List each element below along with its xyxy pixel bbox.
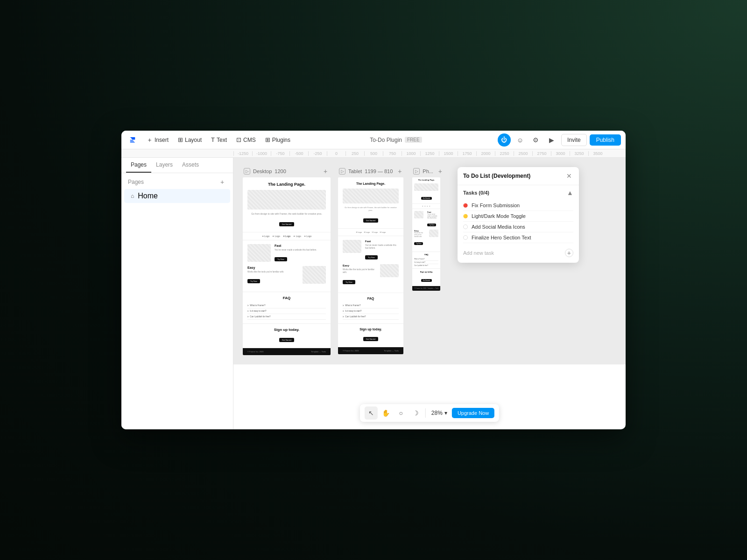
plugins-button[interactable]: ⊞ Plugins bbox=[261, 134, 294, 145]
smiley-button[interactable]: ☺ bbox=[514, 133, 527, 147]
desktop-add-button[interactable]: + bbox=[321, 167, 330, 175]
tablet-easy-image bbox=[380, 264, 399, 277]
todo-header: To Do List (Development) ✕ bbox=[458, 167, 579, 185]
tablet-signup-cta[interactable]: Get Started bbox=[363, 337, 378, 341]
canvas-area[interactable]: ▷ Desktop 1200 + The Landing Page. Go fr… bbox=[233, 158, 626, 364]
todo-collapse-button[interactable]: ▲ bbox=[567, 189, 573, 196]
tablet-frame-header: ▷ Tablet 1199 — 810 + bbox=[338, 167, 405, 175]
phone-add-button[interactable]: + bbox=[436, 167, 444, 175]
feature-easy-image bbox=[303, 266, 326, 284]
upgrade-button[interactable]: Upgrade Now bbox=[452, 408, 494, 418]
tablet-signup: Sign up today. Get Started bbox=[338, 324, 403, 347]
desktop-signup-cta[interactable]: Get Started bbox=[279, 338, 294, 342]
tablet-faq: FAQ What is Framer? Is it easy to start?… bbox=[338, 293, 403, 324]
tablet-footer-right: Template — Tools bbox=[384, 350, 399, 352]
phone-features: Fast You've never made a website this fa… bbox=[412, 209, 440, 252]
desktop-faq: FAQ What is Framer? Is it easy to start?… bbox=[243, 292, 331, 324]
feature-fast-text: You've never made a website this fast be… bbox=[275, 249, 326, 252]
todo-task-4: Finalize Hero Section Text bbox=[463, 232, 573, 243]
logo-3: ✕ Logo bbox=[283, 235, 291, 238]
text-icon: T bbox=[211, 136, 215, 143]
desktop-signup-title: Sign up today. bbox=[247, 328, 326, 332]
desktop-hero-cta[interactable]: Get Started bbox=[279, 222, 294, 226]
tablet-frame-icon: ▷ bbox=[339, 168, 345, 175]
add-task-button[interactable]: + bbox=[565, 249, 573, 257]
logo-2: ✦ Logo bbox=[272, 235, 280, 238]
feature-fast-title: Fast bbox=[275, 244, 326, 247]
task-status-1: 🔴 bbox=[463, 203, 468, 208]
plugins-icon: ⊞ bbox=[265, 136, 270, 143]
feature-easy-cta[interactable]: Try Now bbox=[247, 279, 260, 283]
ruler-marks: -1250 -1000 -750 -500 -250 0 250 500 750… bbox=[233, 151, 607, 156]
feature-fast-cta[interactable]: Try Now bbox=[275, 257, 287, 261]
desktop-logos: ✦ Logo ✦ Logo ✕ Logo ✦ Logo ✦ Logo bbox=[243, 232, 331, 240]
play-button[interactable]: ▶ bbox=[545, 133, 558, 147]
tablet-faq-1: What is Framer? bbox=[343, 303, 399, 308]
sidebar: Pages Layers Assets Pages + ⌂ Home bbox=[121, 158, 233, 429]
layout-icon: ⊞ bbox=[178, 136, 183, 143]
todo-tasks-count: Tasks (0/4) bbox=[463, 190, 489, 196]
power-button[interactable]: ⏻ bbox=[498, 133, 511, 147]
tablet-hero-text: Go from design to site with Framer, the … bbox=[343, 206, 399, 211]
tab-layers[interactable]: Layers bbox=[151, 158, 177, 173]
desktop-frame-size: 1200 bbox=[275, 168, 286, 174]
canvas-inner: ▷ Desktop 1200 + The Landing Page. Go fr… bbox=[233, 158, 626, 364]
tablet-easy-cta[interactable]: Try Now bbox=[343, 280, 355, 284]
theme-toggle-button[interactable]: ☽ bbox=[409, 406, 423, 420]
phone-frame-label: Ph... bbox=[423, 168, 433, 174]
smiley-icon: ☺ bbox=[517, 136, 523, 144]
zoom-control[interactable]: 28% ▾ bbox=[429, 408, 450, 418]
tablet-signup-title: Sign up today. bbox=[343, 328, 399, 331]
cursor-tool-button[interactable]: ↖ bbox=[365, 406, 378, 420]
phone-hero: The Landing Page. Get Started bbox=[412, 177, 440, 204]
invite-button[interactable]: Invite bbox=[561, 134, 587, 146]
tablet-fast-cta[interactable]: Try Now bbox=[365, 255, 378, 259]
zoom-level: 28% bbox=[431, 410, 443, 416]
layout-button[interactable]: ⊞ Layout bbox=[174, 134, 205, 145]
tablet-faq-title: FAQ bbox=[343, 297, 399, 300]
home-icon: ⌂ bbox=[131, 193, 134, 199]
tab-pages[interactable]: Pages bbox=[126, 158, 151, 173]
phone-frame-icon: ▷ bbox=[413, 168, 420, 175]
add-page-button[interactable]: + bbox=[218, 178, 226, 186]
publish-button[interactable]: Publish bbox=[590, 134, 621, 146]
tablet-easy-title: Easy bbox=[343, 264, 376, 267]
zoom-chevron-icon: ▾ bbox=[444, 410, 447, 416]
cms-button[interactable]: ⊡ CMS bbox=[233, 134, 260, 145]
phone-faq-2: Is it easy to start? bbox=[414, 261, 438, 264]
phone-faq-3: Can I publish for free? bbox=[414, 264, 438, 267]
insert-button[interactable]: ＋ Insert bbox=[143, 134, 172, 146]
tablet-add-button[interactable]: + bbox=[395, 167, 404, 175]
phone-fast-text: You've never made a website this fast be… bbox=[427, 213, 438, 219]
phone-easy-content: Easy Works like the tools you're familia… bbox=[414, 230, 425, 247]
phone-fast-cta[interactable]: Try Now bbox=[427, 224, 436, 226]
tablet-hero-cta[interactable]: Get Started bbox=[363, 218, 378, 223]
tab-assets[interactable]: Assets bbox=[177, 158, 204, 173]
hand-icon: ✋ bbox=[382, 409, 390, 417]
phone-footer-left: © Framer Inc. 2023 bbox=[414, 287, 426, 289]
cms-icon: ⊡ bbox=[236, 136, 241, 143]
t-logo-4: ✦ Logo bbox=[380, 231, 386, 233]
shape-tool-button[interactable]: ○ bbox=[395, 406, 408, 420]
phone-footer-right: Template — Tools bbox=[428, 287, 439, 289]
phone-faq-1: What is Framer? bbox=[414, 258, 438, 261]
hand-tool-button[interactable]: ✋ bbox=[380, 406, 393, 420]
tablet-footer-left: © Framer Inc. 2023 bbox=[343, 350, 359, 352]
t-logo-1: ✦ Logo bbox=[356, 231, 362, 233]
sidebar-item-home[interactable]: ⌂ Home bbox=[124, 189, 230, 203]
logo-button[interactable] bbox=[126, 133, 139, 147]
todo-task-1: 🔴 Fix Form Submission bbox=[463, 200, 573, 211]
footer-left-text: © Framer Inc. 2023 bbox=[247, 350, 264, 353]
tablet-faq-2: Is it easy to start? bbox=[343, 308, 399, 314]
logo-4: ✦ Logo bbox=[293, 235, 301, 238]
phone-hero-cta[interactable]: Get Started bbox=[421, 197, 432, 200]
todo-close-button[interactable]: ✕ bbox=[565, 172, 573, 180]
desktop-hero-title: The Landing Page. bbox=[247, 182, 326, 187]
desktop-hero: The Landing Page. Go from design to site… bbox=[243, 177, 331, 232]
tablet-hero: The Landing Page. Go from design to site… bbox=[338, 177, 403, 229]
settings-button[interactable]: ⚙ bbox=[529, 133, 543, 147]
feature-easy-row: Easy Works like the tools you're familia… bbox=[247, 266, 326, 285]
text-button[interactable]: T Text bbox=[207, 134, 231, 145]
phone-easy-cta[interactable]: Try Now bbox=[414, 242, 423, 245]
phone-signup-cta[interactable]: Get Started bbox=[421, 279, 432, 282]
